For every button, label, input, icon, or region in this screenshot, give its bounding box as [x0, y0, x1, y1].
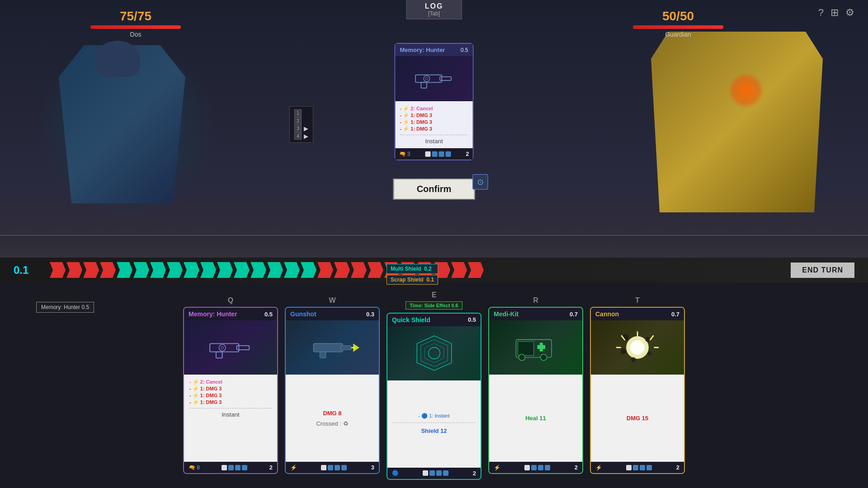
arrow-red-13	[451, 262, 467, 278]
arrow-teal-2	[133, 262, 149, 278]
pip2	[432, 151, 437, 157]
card-t-footer-icon: ⚡	[595, 465, 602, 471]
card-w-footer-icon: ⚡	[290, 465, 297, 471]
floating-card: Memory: Hunter 0.5 - ⚡ 2: Cancel - ⚡ 1: …	[395, 43, 474, 160]
memory-tooltip: Memory: Hunter 0.5	[36, 302, 94, 313]
card-r-pip2	[531, 465, 537, 470]
card-t-name: Cannon	[595, 310, 619, 318]
pip3	[439, 151, 444, 157]
player-name: Dos	[90, 31, 181, 38]
arrow-red-7	[351, 262, 367, 278]
player-stats: 75/75 Dos	[90, 9, 181, 38]
svg-point-29	[621, 349, 626, 354]
card-q-image	[206, 333, 255, 362]
floating-effect-1: - ⚡ 2: Cancel	[400, 106, 468, 112]
help-icon[interactable]: ?	[818, 7, 824, 19]
card-t-pip4	[646, 465, 652, 470]
end-turn-button[interactable]: END TURN	[791, 263, 854, 278]
card-e-name: Quick Shield	[392, 316, 430, 324]
card-t-pip2	[633, 465, 638, 470]
svg-rect-20	[518, 342, 534, 356]
arrow-teal-4	[167, 262, 183, 278]
card-q-effect4: - ⚡ 1: DMG 3	[189, 399, 272, 405]
floating-effect-4: - ⚡ 1: DMG 3	[400, 126, 468, 132]
arrow-teal-10	[267, 262, 283, 278]
turn-counter: 0.1	[14, 264, 41, 277]
card-t-pip3	[640, 465, 645, 470]
card-slot-w: W Gunshot 0.3 DMG 8	[285, 296, 380, 474]
card-e-footer-num: 2	[473, 470, 476, 477]
card-e-pip2	[429, 470, 435, 476]
card-slot-q: Q Memory: Hunter 0.5 - ⚡ 2: Cancel	[183, 296, 278, 474]
card-t-stat1: DMG 15	[627, 415, 648, 422]
svg-point-31	[631, 357, 636, 362]
settings-icon[interactable]: ⚙	[845, 7, 854, 19]
card-r-name: Medi-Kit	[494, 310, 519, 318]
arrow-teal-12	[301, 262, 316, 278]
arrow-red-6	[334, 262, 350, 278]
pip1	[425, 151, 430, 157]
card-e[interactable]: Quick Shield 0.5 - 🔵 1: Instant Sh	[387, 313, 481, 480]
card-t-cost: 0.7	[671, 311, 679, 318]
arrow-teal-6	[200, 262, 216, 278]
arrow-teal-8	[234, 262, 250, 278]
card-r-stat1: Heal 11	[525, 415, 546, 422]
card-key-w: W	[329, 296, 335, 305]
multi-shield-tooltip: Multi Shield 0.2	[387, 264, 438, 274]
enemy-hp-bar	[633, 25, 723, 29]
card-t[interactable]: Cannon 0.7	[590, 307, 685, 474]
card-q-footer-num: 2	[269, 464, 273, 471]
card-q-effect3: - ⚡ 1: DMG 3	[189, 393, 272, 399]
top-icons: ? ⊞ ⚙	[818, 7, 854, 19]
target-indicator: ⊙	[472, 174, 488, 190]
log-button[interactable]: LOG [Tab]	[406, 0, 462, 19]
card-r-pip1	[524, 465, 530, 470]
svg-point-9	[221, 346, 224, 349]
queue-panel: 1 2 3▶ 4▶	[289, 106, 313, 143]
card-r[interactable]: Medi-Kit 0.7 Heal 11	[488, 307, 583, 474]
card-key-t: T	[635, 296, 640, 305]
arrow-teal-3	[150, 262, 166, 278]
card-key-e: E	[432, 291, 437, 299]
floating-footer-num: 2	[466, 150, 469, 157]
floating-card-cost: 0.5	[461, 47, 468, 53]
grid-icon[interactable]: ⊞	[830, 7, 839, 19]
svg-point-8	[219, 344, 226, 351]
card-r-footer-icon: ⚡	[494, 465, 500, 471]
card-e-pip4	[443, 470, 448, 476]
card-slot-e: Multi Shield 0.2 Scrap Shield 0.1 E Time…	[387, 291, 481, 480]
svg-point-30	[647, 352, 651, 356]
confirm-button[interactable]: Confirm	[393, 178, 475, 200]
svg-point-26	[630, 340, 645, 355]
svg-rect-22	[538, 345, 546, 349]
player-character	[36, 36, 217, 217]
arrow-red-2	[66, 262, 82, 278]
svg-point-23	[519, 354, 525, 361]
card-q-footer-icon: 🔫 8	[189, 465, 200, 471]
card-w[interactable]: Gunshot 0.3 DMG 8 Crossed : ♻	[285, 307, 380, 474]
card-q[interactable]: Memory: Hunter 0.5 - ⚡ 2: Cancel - ⚡ 1: …	[183, 307, 278, 474]
card-q-pip3	[235, 465, 241, 470]
arrow-red-8	[368, 262, 383, 278]
svg-marker-15	[417, 336, 452, 371]
card-e-image	[415, 334, 453, 372]
card-e-effect1: - 🔵 1: Instant	[418, 413, 449, 419]
svg-marker-17	[425, 343, 444, 363]
scrap-shield-tooltip: Scrap Shield 0.1	[387, 275, 438, 285]
arrow-teal-7	[217, 262, 233, 278]
card-slot-t: T Cannon 0.7	[590, 296, 685, 474]
svg-rect-2	[421, 82, 427, 88]
arrow-red-14	[468, 262, 484, 278]
enemy-hp-display: 50/50	[662, 9, 694, 23]
player-hp-current: 75/75	[120, 9, 151, 23]
card-q-effect2: - ⚡ 1: DMG 3	[189, 386, 272, 392]
card-q-name: Memory: Hunter	[189, 310, 237, 318]
card-w-pip3	[335, 465, 340, 470]
arrow-teal-9	[250, 262, 266, 278]
card-q-pip2	[228, 465, 234, 470]
card-e-pip3	[436, 470, 442, 476]
card-q-pip4	[242, 465, 247, 470]
card-q-instant: Instant	[189, 411, 272, 418]
card-w-cost: 0.3	[366, 311, 374, 318]
enemy-character	[628, 27, 832, 217]
